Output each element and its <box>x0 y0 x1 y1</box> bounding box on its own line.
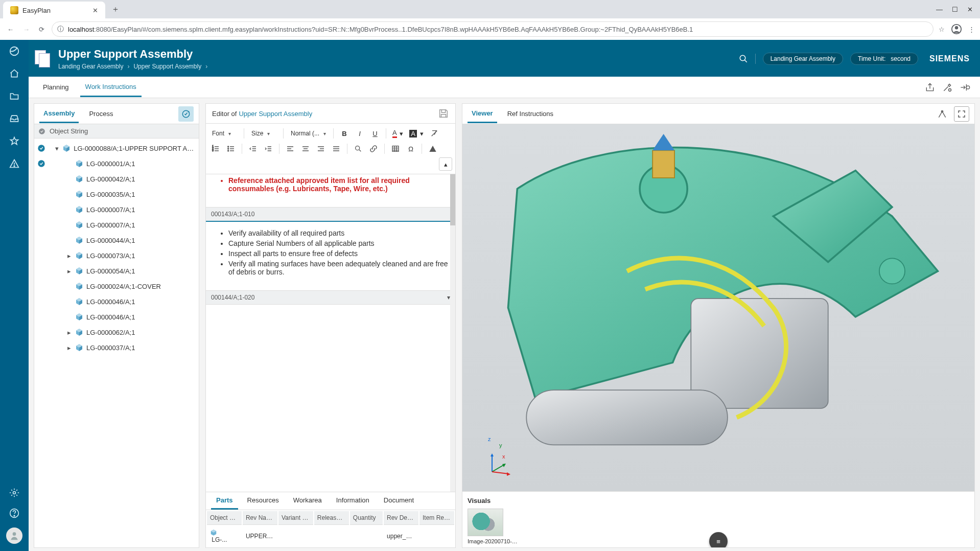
share-icon[interactable] <box>925 82 935 93</box>
tab-work-instructions[interactable]: Work Instructions <box>80 78 142 97</box>
teamcenter-icon[interactable] <box>8 45 20 57</box>
tree-row[interactable]: LG-0000042/A;1 <box>34 171 199 187</box>
profile-icon[interactable] <box>951 24 962 35</box>
favorites-icon[interactable] <box>8 135 20 147</box>
tab-viewer[interactable]: Viewer <box>468 105 497 123</box>
editor-head-object-link[interactable]: Upper Support Assembly <box>239 110 312 118</box>
fullscreen-icon[interactable] <box>954 106 969 122</box>
home-icon[interactable] <box>8 67 20 80</box>
chevron-down-icon[interactable]: ▾ <box>54 145 59 152</box>
column-header[interactable]: Rev Descr... <box>384 511 418 525</box>
address-bar[interactable]: ⓘ localhost:8080/EasyPlan/#/com.siemens.… <box>52 21 934 37</box>
column-header[interactable]: Release S... <box>314 511 349 525</box>
tree-row[interactable]: ▸LG-0000037/A;1 <box>34 340 199 355</box>
editor-body[interactable]: Reference attached approved item list fo… <box>206 174 455 492</box>
tab-resources[interactable]: Resources <box>242 492 284 510</box>
floating-menu-button[interactable]: ≡ <box>709 532 728 548</box>
context-pill[interactable]: Landing Gear Assembly <box>763 53 843 65</box>
italic-button[interactable]: I <box>353 127 366 140</box>
bold-button[interactable]: B <box>338 127 351 140</box>
save-icon[interactable] <box>438 108 449 119</box>
special-char-button[interactable]: Ω <box>404 142 417 155</box>
tab-assembly[interactable]: Assembly <box>39 105 79 123</box>
tab-process[interactable]: Process <box>85 105 117 122</box>
outdent-button[interactable] <box>246 142 260 155</box>
text-color-button[interactable]: A ▾ <box>390 127 405 140</box>
forward-icon[interactable]: → <box>21 24 32 35</box>
alerts-icon[interactable] <box>8 157 20 170</box>
indent-button[interactable] <box>262 142 275 155</box>
breadcrumb-item[interactable]: Landing Gear Assembly <box>58 63 123 70</box>
tree-row[interactable]: LG-0000024/A;1-COVER <box>34 279 199 294</box>
chevron-right-icon[interactable]: ▸ <box>66 344 72 352</box>
link-button[interactable] <box>367 142 380 155</box>
tab-information[interactable]: Information <box>331 492 375 510</box>
table-row[interactable]: LG-... UPPER SU... upper_ge... <box>207 526 454 546</box>
folder-icon[interactable] <box>8 90 20 102</box>
search-icon[interactable] <box>739 54 748 63</box>
align-left-button[interactable] <box>284 142 297 155</box>
tree-view-toggle-icon[interactable] <box>178 106 194 122</box>
user-avatar[interactable] <box>6 527 22 544</box>
tree-row[interactable]: LG-0000001/A;1 <box>34 156 199 171</box>
minimize-icon[interactable]: — <box>936 6 943 13</box>
tab-parts[interactable]: Parts <box>211 492 238 510</box>
align-right-button[interactable] <box>314 142 328 155</box>
tree-row[interactable]: ▸LG-0000073/A;1 <box>34 248 199 263</box>
column-header[interactable]: Variant C... <box>278 511 313 525</box>
size-select[interactable]: Size <box>248 128 279 139</box>
new-tab-button[interactable]: ＋ <box>111 4 120 15</box>
time-unit-pill[interactable]: Time Unit: second <box>850 53 918 65</box>
star-icon[interactable]: ☆ <box>939 26 945 33</box>
column-header[interactable]: Item Revi... <box>419 511 454 525</box>
column-header[interactable]: Quantity <box>350 511 383 525</box>
back-icon[interactable]: ← <box>5 24 16 35</box>
scrollbar-thumb[interactable] <box>450 174 455 225</box>
tab-workarea[interactable]: Workarea <box>288 492 327 510</box>
find-button[interactable] <box>352 142 365 155</box>
tab-ref-instructions[interactable]: Ref Instructions <box>503 105 557 122</box>
collapse-toolbar-button[interactable]: ▴ <box>439 157 452 171</box>
ordered-list-button[interactable]: 123 <box>209 142 222 155</box>
inbox-icon[interactable] <box>8 112 20 125</box>
settings-icon[interactable] <box>8 487 20 499</box>
3d-viewer[interactable]: zyx <box>462 124 974 491</box>
viewer-tool-icon[interactable] <box>935 106 950 122</box>
breadcrumb-item[interactable]: Upper Support Assembly <box>133 63 201 70</box>
tree-row[interactable]: ▾LG-0000088/A;1-UPPER SUPPORT ASSEMBLY <box>34 141 199 156</box>
tree[interactable]: ▾LG-0000088/A;1-UPPER SUPPORT ASSEMBLYLG… <box>34 139 199 547</box>
tree-row[interactable]: LG-0000044/A;1 <box>34 233 199 248</box>
step-header[interactable]: 000143/A;1-010 <box>206 207 455 222</box>
column-header[interactable]: Object Str... <box>207 511 242 525</box>
configure-icon[interactable] <box>942 82 952 93</box>
site-info-icon[interactable]: ⓘ <box>57 25 64 34</box>
paragraph-style-select[interactable]: Normal (... <box>288 128 329 139</box>
chevron-right-icon[interactable]: ▸ <box>66 252 72 260</box>
highlight-color-button[interactable]: A ▾ <box>407 127 425 140</box>
font-select[interactable]: Font <box>209 128 240 139</box>
tree-row[interactable]: LG-0000046/A;1 <box>34 309 199 325</box>
clear-format-button[interactable] <box>428 127 441 140</box>
align-justify-button[interactable] <box>330 142 343 155</box>
tree-row[interactable]: LG-0000046/A;1 <box>34 294 199 309</box>
warning-insert-button[interactable] <box>426 142 439 155</box>
tree-row[interactable]: LG-0000035/A;1 <box>34 187 199 202</box>
underline-button[interactable]: U <box>368 127 382 140</box>
browser-tab[interactable]: EasyPlan ✕ <box>3 2 105 19</box>
pin-icon[interactable] <box>960 82 971 93</box>
chevron-right-icon[interactable]: ▸ <box>66 267 72 275</box>
tab-planning[interactable]: Planning <box>38 78 74 96</box>
column-header[interactable]: Rev Name <box>243 511 277 525</box>
step-header[interactable]: 000144/A;1-020 ▾ <box>206 290 455 305</box>
tree-row[interactable]: LG-0000007/A;1 <box>34 217 199 233</box>
tab-document[interactable]: Document <box>379 492 419 510</box>
unordered-list-button[interactable] <box>224 142 238 155</box>
reload-icon[interactable]: ⟳ <box>37 24 46 35</box>
maximize-icon[interactable]: ☐ <box>952 6 958 13</box>
close-icon[interactable]: ✕ <box>92 7 98 14</box>
chevron-right-icon[interactable]: ▸ <box>66 329 72 336</box>
align-center-button[interactable] <box>299 142 312 155</box>
table-button[interactable] <box>389 142 402 155</box>
close-window-icon[interactable]: ✕ <box>967 6 973 13</box>
kebab-icon[interactable]: ⋮ <box>968 26 975 33</box>
